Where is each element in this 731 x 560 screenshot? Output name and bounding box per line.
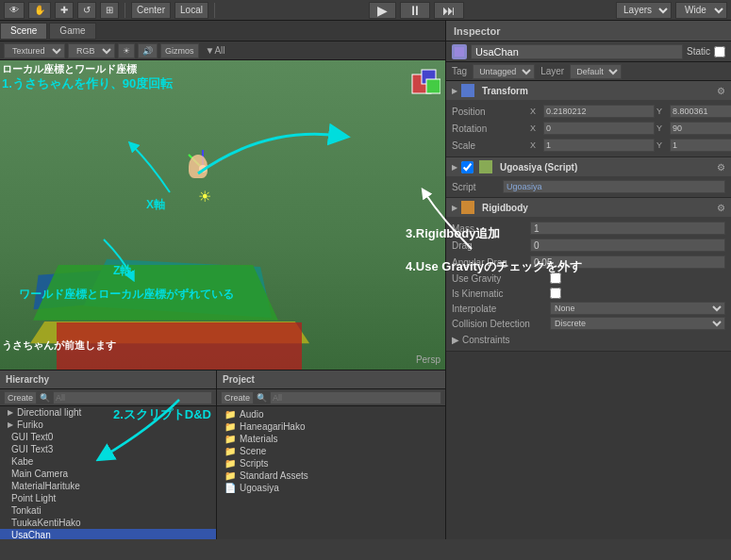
sun-icon[interactable]: ☀	[118, 43, 135, 58]
scene-tab[interactable]: Scene	[0, 23, 47, 40]
collision-dropdown[interactable]: Discrete	[550, 317, 725, 330]
layer-select[interactable]: Default	[570, 64, 622, 79]
script-header[interactable]: ▶ Ugoasiya (Script) ⚙	[446, 157, 731, 176]
textured-dropdown[interactable]: Textured	[4, 43, 65, 58]
project-item[interactable]: 📁Materials	[219, 433, 443, 445]
main-annotation: 1.うさちゃんを作り、90度回転	[2, 75, 173, 92]
rotate-btn[interactable]: ↺	[77, 2, 96, 19]
script-value-field[interactable]	[503, 180, 725, 193]
gizmos-btn[interactable]: Gizmos	[160, 43, 199, 58]
transform-header[interactable]: ▶ Transform ⚙	[446, 81, 731, 100]
settings-icon[interactable]: ⚙	[717, 86, 725, 96]
play-btn[interactable]: ▶	[369, 2, 396, 19]
scale-btn[interactable]: ⊞	[100, 2, 119, 19]
move-btn[interactable]: ✚	[55, 2, 74, 19]
project-header: Project	[217, 371, 445, 389]
arrow-z	[75, 230, 151, 287]
scene-viewport[interactable]: ☀ ローカル座標とワールド座標 1.うさちゃんを作り、90度回転 X軸 Z軸	[0, 60, 445, 370]
hierarchy-item[interactable]: Point Light	[0, 492, 216, 504]
tag-select[interactable]: Untagged	[473, 64, 535, 79]
project-item[interactable]: 📁Scene	[219, 445, 443, 457]
wide-dropdown[interactable]: Wide	[675, 2, 727, 19]
project-item[interactable]: 📁Audio	[219, 408, 443, 420]
step-btn[interactable]: ⏭	[434, 2, 464, 19]
item-label: Standard Assets	[240, 470, 308, 481]
hierarchy-search-input[interactable]	[53, 391, 212, 404]
separator	[125, 3, 125, 18]
hierarchy-item[interactable]: ▶ Furiko	[0, 419, 216, 431]
project-search-input[interactable]	[270, 391, 441, 404]
project-item[interactable]: 📁Standard Assets	[219, 469, 443, 482]
script-enabled-checkbox[interactable]	[461, 161, 473, 173]
rigidbody-settings-icon[interactable]: ⚙	[717, 203, 725, 213]
x-axis: X	[530, 107, 541, 116]
folder-icon: 📁	[224, 470, 236, 481]
pause-btn[interactable]: ⏸	[400, 2, 430, 19]
rgb-dropdown[interactable]: RGB	[68, 43, 115, 58]
hierarchy-search-icon: 🔍	[40, 393, 50, 403]
scene-game-tabs: Scene Game	[0, 21, 445, 41]
hierarchy-item[interactable]: Tonkati	[0, 504, 216, 517]
eye-btn[interactable]: 👁	[4, 2, 25, 19]
item-label: Audio	[240, 409, 264, 420]
rot-x-field[interactable]	[543, 122, 655, 135]
hierarchy-item[interactable]: Main Camera	[0, 468, 216, 480]
project-item[interactable]: 📁Scripts	[219, 457, 443, 469]
center-btn[interactable]: Center	[131, 2, 171, 19]
script-section-title: Ugoasiya (Script)	[500, 162, 577, 173]
angular-drag-field[interactable]	[530, 255, 725, 269]
hand-btn[interactable]: ✋	[28, 2, 51, 19]
coord-annotation-top: ローカル座標とワールド座標	[2, 62, 137, 76]
game-tab[interactable]: Game	[49, 23, 95, 40]
use-gravity-checkbox[interactable]	[550, 272, 561, 284]
static-checkbox[interactable]	[714, 46, 725, 58]
bottom-panels: Hierarchy Create 🔍 ▶ Directional light ▶…	[0, 370, 445, 539]
drag-label: Drag	[452, 240, 527, 251]
folder-icon: 📁	[224, 458, 236, 469]
rigidbody-header[interactable]: ▶ Rigidbody ⚙	[446, 198, 731, 217]
scale-x-field[interactable]	[543, 139, 655, 152]
hierarchy-item[interactable]: GUI Text0	[0, 431, 216, 443]
pos-x-field[interactable]	[543, 105, 655, 118]
inspector-tag-row: Tag Untagged Layer Default	[446, 62, 731, 81]
hierarchy-create-btn[interactable]: Create	[4, 391, 37, 404]
item-label: UsaChan	[11, 530, 51, 539]
project-item[interactable]: 📄Ugoasiya	[219, 482, 443, 494]
folder-icon: 📁	[224, 409, 236, 420]
pos-y-field[interactable]	[670, 105, 731, 118]
project-item[interactable]: 📁HaneagariHako	[219, 420, 443, 433]
scale-y-field[interactable]	[670, 139, 731, 152]
hierarchy-item[interactable]: TuukaKentiHako	[0, 517, 216, 529]
rot-y-field[interactable]	[670, 122, 731, 135]
position-row: Position X Y Z	[452, 103, 725, 120]
expand-icon: ▶	[452, 87, 457, 95]
hierarchy-item[interactable]: Kabe	[0, 455, 216, 468]
static-label: Static	[687, 46, 710, 57]
object-name-field[interactable]	[471, 44, 683, 59]
scale-label: Scale	[452, 140, 527, 151]
all-label: ▼All	[206, 45, 225, 56]
script-icon	[479, 160, 492, 173]
interpolate-dropdown[interactable]: None	[550, 302, 725, 315]
script-settings-icon[interactable]: ⚙	[717, 162, 725, 173]
sx-axis: X	[530, 140, 541, 150]
angular-drag-label: Angular Drag	[452, 257, 527, 268]
hierarchy-item[interactable]: ▶ Directional light	[0, 406, 216, 419]
drag-field[interactable]	[530, 239, 725, 252]
layers-dropdown[interactable]: Layers	[616, 2, 672, 19]
project-title: Project	[223, 374, 255, 385]
hierarchy-item[interactable]: GUI Text3	[0, 443, 216, 455]
mass-field[interactable]	[530, 222, 725, 235]
audio-btn[interactable]: 🔊	[138, 43, 158, 58]
folder-icon: 📁	[224, 421, 236, 432]
interpolate-label: Interpolate	[452, 304, 546, 314]
is-kinematic-checkbox[interactable]	[550, 288, 561, 299]
hierarchy-item[interactable]: MaterialHarituke	[0, 480, 216, 492]
local-btn[interactable]: Local	[174, 2, 208, 19]
angular-drag-row: Angular Drag	[452, 254, 725, 271]
scale-group: X Y Z	[530, 139, 731, 152]
project-list: 📁Audio 📁HaneagariHako 📁Materials 📁Scene …	[217, 406, 445, 539]
scene-toolbar: Textured RGB ☀ 🔊 Gizmos ▼All	[0, 41, 445, 60]
project-create-btn[interactable]: Create	[221, 391, 254, 404]
hierarchy-item-selected[interactable]: UsaChan	[0, 529, 216, 539]
